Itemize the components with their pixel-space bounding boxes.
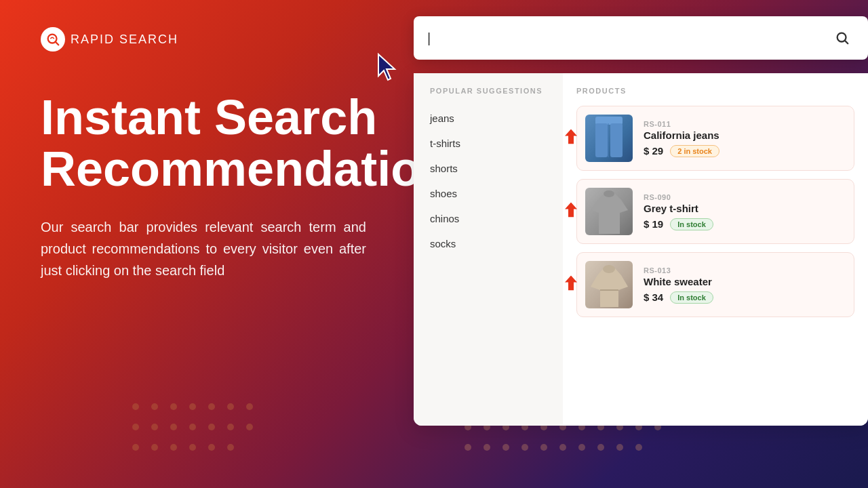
hero-description: Our search bar provides relevant search … <box>41 216 366 281</box>
logo-text: RAPID SEARCH <box>71 33 178 47</box>
suggestion-tshirts[interactable]: t-shirts <box>414 131 563 156</box>
product-badge-3: In stock <box>670 291 713 304</box>
suggestions-column: POPULAR SUGGESTIONS jeans t-shirts short… <box>414 73 563 426</box>
arrow-up-icon-3 <box>565 276 577 294</box>
product-card-2[interactable]: RS-090 Grey t-shirt $ 19 In stock <box>576 179 854 244</box>
suggestions-header: POPULAR SUGGESTIONS <box>414 87 563 106</box>
right-panel: POPULAR SUGGESTIONS jeans t-shirts short… <box>509 0 868 488</box>
svg-line-53 <box>56 42 59 45</box>
svg-line-56 <box>845 41 848 43</box>
product-sku-2: RS-090 <box>644 193 846 201</box>
products-header: PRODUCTS <box>576 87 854 106</box>
product-card-1[interactable]: RS-011 California jeans $ 29 2 in stock <box>576 106 854 171</box>
product-bottom-1: $ 29 2 in stock <box>644 145 846 157</box>
svg-point-65 <box>603 265 615 273</box>
product-image-sweater <box>585 261 633 308</box>
product-name-3: White sweater <box>644 276 846 287</box>
product-image-tshirt <box>585 188 633 235</box>
search-bar-area <box>414 16 868 60</box>
product-badge-1: 2 in stock <box>670 145 719 157</box>
product-name-2: Grey t-shirt <box>644 203 846 214</box>
logo-suffix: SEARCH <box>115 33 178 46</box>
cursor-icon <box>373 52 406 87</box>
suggestion-jeans[interactable]: jeans <box>414 106 563 131</box>
product-bottom-2: $ 19 In stock <box>644 218 846 230</box>
suggestion-chinos[interactable]: chinos <box>414 206 563 231</box>
svg-rect-59 <box>595 123 608 157</box>
svg-marker-57 <box>565 129 577 144</box>
product-sku-3: RS-013 <box>644 266 846 274</box>
suggestion-socks[interactable]: socks <box>414 231 563 256</box>
product-badge-2: In stock <box>670 218 713 230</box>
product-price-1: $ 29 <box>644 145 663 157</box>
logo-icon <box>41 27 65 52</box>
search-button[interactable] <box>830 26 854 50</box>
product-info-3: RS-013 White sweater $ 34 In stock <box>644 266 846 304</box>
svg-marker-64 <box>565 276 577 291</box>
logo-brand: RAPID <box>71 33 115 46</box>
svg-rect-60 <box>610 123 623 157</box>
product-info-2: RS-090 Grey t-shirt $ 19 In stock <box>644 193 846 230</box>
svg-point-63 <box>604 190 614 197</box>
svg-marker-62 <box>565 203 577 218</box>
svg-marker-54 <box>378 54 395 80</box>
search-bar[interactable] <box>414 16 868 60</box>
arrow-up-icon-2 <box>565 203 577 221</box>
suggestion-shorts[interactable]: shorts <box>414 156 563 181</box>
hero-title: Instant Search Recommendations <box>41 92 461 195</box>
product-price-3: $ 34 <box>644 291 663 303</box>
search-input[interactable] <box>427 30 830 46</box>
products-column: PRODUCTS <box>563 73 868 426</box>
dropdown-panel: POPULAR SUGGESTIONS jeans t-shirts short… <box>414 73 868 426</box>
suggestion-shoes[interactable]: shoes <box>414 181 563 206</box>
product-image-jeans <box>585 115 633 162</box>
product-name-1: California jeans <box>644 129 846 141</box>
page-wrapper: RAPID SEARCH Instant Search Recommendati… <box>0 0 868 488</box>
logo: RAPID SEARCH <box>41 27 468 52</box>
product-price-2: $ 19 <box>644 218 663 230</box>
product-info-1: RS-011 California jeans $ 29 2 in stock <box>644 120 846 157</box>
product-card-3[interactable]: RS-013 White sweater $ 34 In stock <box>576 252 854 317</box>
product-bottom-3: $ 34 In stock <box>644 291 846 304</box>
arrow-up-icon-1 <box>565 129 577 148</box>
product-sku-1: RS-011 <box>644 120 846 128</box>
